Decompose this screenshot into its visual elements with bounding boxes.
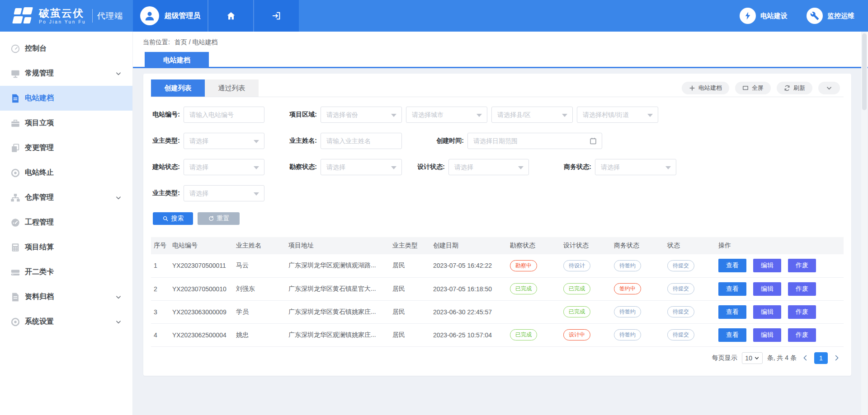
col-design-status: 设计状态 (561, 237, 611, 254)
col-survey-status: 勘察状态 (507, 237, 561, 254)
date-range-input-wrap (467, 133, 602, 149)
col-index: 序号 (151, 237, 170, 254)
avatar (140, 6, 159, 25)
home-icon (226, 11, 236, 21)
design-status-label: 设计状态: (416, 163, 445, 171)
reset-icon (208, 215, 214, 222)
row-operations: 查看 编辑 作废 (718, 305, 844, 319)
tab-create-list[interactable]: 创建列表 (151, 79, 205, 97)
business-status-select[interactable]: 请选择 (595, 159, 676, 175)
panel-card: 创建列表 通过列表 电站建档 全屏 刷新 (143, 74, 851, 376)
edit-button[interactable]: 编辑 (753, 259, 781, 272)
sidebar-item-project-settlement[interactable]: 项目结算 (0, 235, 132, 260)
reset-button[interactable]: 重置 (198, 212, 240, 225)
sidebar-item-project-initiation[interactable]: 项目立项 (0, 111, 132, 135)
breadcrumb-path[interactable]: 首页 / 电站建档 (175, 38, 218, 46)
sidebar-item-station-filing[interactable]: 电站建档 (0, 86, 132, 111)
search-actions: 搜索 重置 (151, 212, 844, 225)
user-menu[interactable]: 超级管理员 (133, 0, 208, 32)
refresh-button[interactable]: 刷新 (777, 82, 812, 94)
sidebar-item-change-mgmt[interactable]: 变更管理 (0, 135, 132, 160)
sidebar-item-engineering-mgmt[interactable]: 工程管理 (0, 210, 132, 235)
city-select[interactable]: 请选择城市 (406, 107, 487, 123)
table-row: 3 YX2023063000009 学员 广东深圳龙华区黄石镇姚家庄... 居民… (151, 300, 844, 323)
brand: 破茧云伏 Po Jian Yun Fu 代理端 (0, 7, 133, 24)
search-button[interactable]: 搜索 (153, 212, 193, 225)
user-name: 超级管理员 (165, 11, 201, 21)
edit-button[interactable]: 编辑 (753, 305, 781, 319)
void-button[interactable]: 作废 (788, 305, 816, 319)
nav-station-construction[interactable]: 电站建设 (740, 8, 788, 24)
collapse-toolbar-button[interactable] (818, 82, 840, 94)
county-select[interactable]: 请选择县/区 (491, 107, 573, 123)
tab-passed-list[interactable]: 通过列表 (205, 79, 259, 97)
design-status-select[interactable]: 请选择 (448, 159, 529, 175)
sidebar-item-console[interactable]: 控制台 (0, 36, 132, 61)
view-button[interactable]: 查看 (718, 305, 746, 319)
plus-icon (689, 85, 695, 91)
town-select[interactable]: 请选择村镇/街道 (577, 107, 658, 123)
app-root: 破茧云伏 Po Jian Yun Fu 代理端 超级管理员 (0, 0, 868, 415)
prev-page-button[interactable] (801, 354, 810, 361)
survey-status-select[interactable]: 请选择 (321, 159, 402, 175)
cell-created-date: 2023-06-25 10:57:04 (430, 323, 507, 346)
cell-created-date: 2023-07-05 16:18:50 (430, 277, 507, 300)
province-select[interactable]: 请选择省份 (321, 107, 402, 123)
station-code-input[interactable] (184, 107, 264, 122)
edit-button[interactable]: 编辑 (753, 282, 781, 296)
copy-icon (10, 143, 21, 154)
cell-owner-type: 居民 (390, 254, 430, 277)
owner-type2-select[interactable]: 请选择 (184, 185, 264, 201)
business-status-badge: 待签约 (614, 306, 641, 317)
void-button[interactable]: 作废 (788, 282, 816, 296)
void-button[interactable]: 作废 (788, 259, 816, 272)
owner-type-select[interactable]: 请选择 (184, 133, 264, 149)
scrollbar-thumb[interactable] (862, 33, 867, 110)
view-button[interactable]: 查看 (718, 282, 746, 296)
page-number-current[interactable]: 1 (814, 352, 828, 364)
topbar: 当前位置: 首页 / 电站建档 电站建档 (133, 32, 868, 68)
home-button[interactable] (208, 0, 253, 32)
page-tab-station-filing[interactable]: 电站建档 (145, 52, 209, 68)
caret-down-icon (254, 192, 259, 196)
sidebar-item-general-mgmt[interactable]: 常规管理 (0, 61, 132, 86)
settings-icon (10, 317, 21, 327)
void-button[interactable]: 作废 (788, 328, 816, 342)
calendar-icon (589, 137, 597, 147)
gauge-icon (10, 217, 21, 228)
date-range-input[interactable] (468, 133, 602, 149)
build-status-select[interactable]: 请选择 (184, 159, 264, 175)
sidebar-item-open-class2-card[interactable]: 开二类卡 (0, 260, 132, 284)
logout-button[interactable] (253, 0, 299, 32)
chevron-down-icon (115, 195, 122, 201)
sidebar-item-warehouse-mgmt[interactable]: 仓库管理 (0, 185, 132, 210)
owner-name-input[interactable] (321, 133, 401, 149)
view-button[interactable]: 查看 (718, 328, 746, 342)
edit-button[interactable]: 编辑 (753, 328, 781, 342)
sidebar-item-data-archive[interactable]: 资料归档 (0, 284, 132, 309)
cell-owner-name: 马云 (233, 254, 286, 277)
sidebar-item-label: 电站建档 (25, 93, 54, 103)
cell-station-code: YX2023063000009 (170, 300, 233, 323)
sidebar-item-label: 系统设置 (25, 317, 54, 326)
view-button[interactable]: 查看 (718, 259, 746, 272)
next-page-button[interactable] (832, 354, 841, 361)
create-station-button[interactable]: 电站建档 (682, 82, 729, 94)
fullscreen-button[interactable]: 全屏 (735, 82, 771, 94)
caret-down-icon (647, 114, 653, 117)
sidebar-item-system-settings[interactable]: 系统设置 (0, 309, 132, 334)
sidebar-item-station-termination[interactable]: 电站终止 (0, 160, 132, 185)
nav-monitoring-ops[interactable]: 监控运维 (807, 8, 854, 24)
cell-index: 1 (151, 254, 170, 277)
owner-type2-label: 业主类型: (151, 189, 180, 197)
sidebar-item-label: 变更管理 (25, 143, 54, 153)
table-row: 1 YX2023070500011 马云 广东深圳龙华区观澜镇观湖路... 居民… (151, 254, 844, 277)
sidebar-item-label: 常规管理 (25, 69, 54, 78)
caret-down-icon (391, 166, 396, 169)
caret-down-icon (518, 166, 524, 169)
page-size-select[interactable]: 10 (742, 352, 763, 364)
filter-row-3: 建站状态: 请选择 勘察状态: 请选择 设计状态: 请选择 商务状态: 请选择 (151, 159, 844, 175)
scrollbar[interactable] (861, 32, 868, 415)
sidebar-item-label: 工程管理 (25, 218, 54, 227)
brand-name: 破茧云伏 (39, 8, 86, 19)
